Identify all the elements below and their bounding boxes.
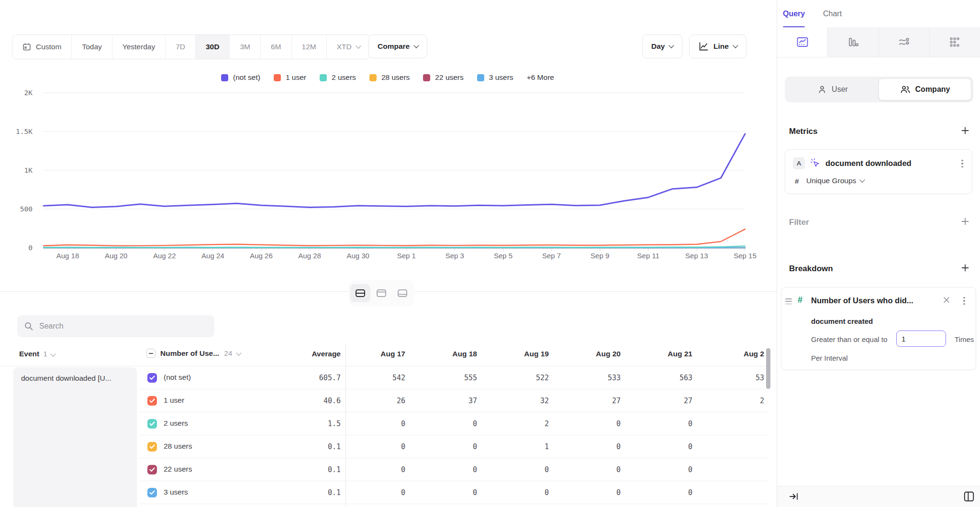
value-cell: 0: [349, 442, 421, 451]
table-row: (not set)605.754255552253356353: [0, 366, 769, 389]
row-checkbox[interactable]: [147, 465, 157, 474]
value-cell: 0: [636, 442, 708, 451]
group-header-label[interactable]: Number of Use...: [160, 349, 219, 358]
value-cell: 53: [708, 374, 769, 382]
remove-breakdown-button[interactable]: [942, 296, 951, 306]
chart-series-line: [44, 229, 745, 246]
calendar-icon: [22, 43, 31, 51]
value-cell: 0: [493, 465, 565, 474]
row-values: 00100: [349, 442, 769, 451]
row-values: 00000: [349, 488, 769, 497]
select-all-checkbox[interactable]: [146, 349, 156, 358]
split-view-button[interactable]: [350, 284, 370, 302]
series-label: (not set): [164, 373, 191, 382]
tab-query[interactable]: Query: [783, 0, 805, 27]
scope-user-label: User: [832, 85, 848, 94]
legend-item[interactable]: 28 users: [369, 73, 410, 82]
range-label: 6M: [271, 43, 281, 51]
x-axis-label: Aug 28: [298, 252, 321, 260]
breakdown-card: # Number of Users who did... document cr…: [781, 287, 976, 370]
legend-more-button[interactable]: +6 More: [527, 73, 554, 82]
range-button-30d[interactable]: 30D: [195, 35, 229, 59]
breakdown-value-input[interactable]: [896, 331, 946, 347]
range-button-12m[interactable]: 12M: [291, 35, 326, 59]
bar-chart-icon: [847, 36, 859, 48]
legend-item[interactable]: 2 users: [320, 73, 356, 82]
row-checkbox[interactable]: [147, 373, 157, 383]
breakdown-condition-label[interactable]: Greater than or equal to: [811, 335, 887, 343]
side-panel-toggle-button[interactable]: [963, 490, 975, 504]
collapse-panel-button[interactable]: [789, 491, 799, 503]
row-checkbox[interactable]: [147, 419, 157, 429]
tab-chart[interactable]: Chart: [823, 0, 842, 27]
close-icon: [942, 296, 951, 304]
breakdown-per-interval-label[interactable]: Per Interval: [811, 354, 848, 362]
plus-icon: [960, 217, 970, 226]
scope-company-button[interactable]: Company: [879, 78, 971, 100]
range-button-7d[interactable]: 7D: [165, 35, 195, 59]
search-input[interactable]: [38, 321, 208, 331]
value-cell: 1: [493, 442, 565, 451]
range-button-xtd[interactable]: XTD: [326, 35, 370, 59]
row-checkbox[interactable]: [147, 396, 157, 406]
drag-handle-icon[interactable]: [785, 298, 792, 304]
table-scrollbar[interactable]: [766, 348, 770, 389]
value-cell: [708, 465, 769, 474]
date-column-header[interactable]: Aug 20: [565, 350, 636, 358]
breakdown-event-name[interactable]: document created: [811, 317, 873, 325]
date-column-header[interactable]: Aug 18: [421, 350, 493, 358]
event-column-header[interactable]: Event 1: [19, 350, 55, 358]
range-button-custom[interactable]: Custom: [12, 35, 71, 59]
y-axis-label: 2K: [24, 89, 33, 97]
x-axis-label: Sep 7: [542, 252, 561, 260]
legend-label: 3 users: [489, 73, 513, 82]
date-column-header[interactable]: Aug 19: [493, 350, 565, 358]
range-button-today[interactable]: Today: [71, 35, 111, 59]
add-metric-button[interactable]: [959, 124, 971, 137]
legend-item[interactable]: 22 users: [423, 73, 463, 82]
line-chart-type-button[interactable]: [777, 27, 827, 57]
range-label: 12M: [302, 43, 316, 51]
series-label: 2 users: [164, 419, 188, 428]
breakdown-title[interactable]: Number of Users who did...: [811, 296, 913, 305]
legend-item[interactable]: 3 users: [477, 73, 513, 82]
group-column-header: Number of Use... 24: [146, 349, 241, 358]
value-cell: 555: [421, 374, 493, 382]
average-value: 40.6: [268, 397, 341, 405]
add-filter-button[interactable]: [959, 215, 971, 228]
breakdown-menu-button[interactable]: [959, 296, 969, 306]
scope-user-button[interactable]: User: [787, 78, 879, 100]
range-label: Yesterday: [122, 43, 155, 51]
range-button-3m[interactable]: 3M: [229, 35, 260, 59]
add-breakdown-button[interactable]: [959, 262, 971, 274]
flow-chart-type-button[interactable]: [879, 27, 929, 57]
legend-item[interactable]: 1 user: [274, 73, 306, 82]
chevron-down-icon: [237, 353, 241, 355]
bottom-panel-view-button[interactable]: [392, 284, 412, 302]
aggregation-dropdown[interactable]: Unique Groups: [806, 176, 864, 185]
event-header-label: Event: [19, 350, 39, 358]
range-button-yesterday[interactable]: Yesterday: [112, 35, 165, 59]
table-body: (not set)605.7542555522533563531 user40.…: [0, 366, 769, 504]
y-axis-label: 1K: [24, 166, 33, 174]
top-panel-view-button[interactable]: [371, 284, 391, 302]
scatter-chart-type-button[interactable]: [929, 27, 980, 57]
chart-canvas[interactable]: 05001K1.5K2KAug 18Aug 20Aug 22Aug 24Aug …: [0, 86, 775, 265]
date-column-header[interactable]: Aug 21: [636, 350, 708, 358]
row-checkbox[interactable]: [147, 488, 157, 497]
row-checkbox[interactable]: [147, 442, 157, 452]
chart-type-dropdown[interactable]: Line: [689, 34, 746, 58]
metric-menu-button[interactable]: [958, 158, 967, 169]
metric-card[interactable]: A document downloaded # Unique Groups: [785, 149, 972, 194]
range-button-6m[interactable]: 6M: [260, 35, 291, 59]
metric-name[interactable]: document downloaded: [825, 159, 912, 168]
average-value: 0.1: [268, 465, 341, 474]
interval-dropdown[interactable]: Day: [642, 34, 682, 58]
bar-chart-type-button[interactable]: [827, 27, 878, 57]
legend-item[interactable]: (not set): [221, 73, 260, 82]
date-column-header[interactable]: Aug 2: [708, 350, 769, 358]
compare-button[interactable]: Compare: [368, 34, 427, 58]
value-cell: [708, 488, 769, 497]
plus-icon: [960, 126, 970, 135]
date-column-header[interactable]: Aug 17: [349, 350, 421, 358]
